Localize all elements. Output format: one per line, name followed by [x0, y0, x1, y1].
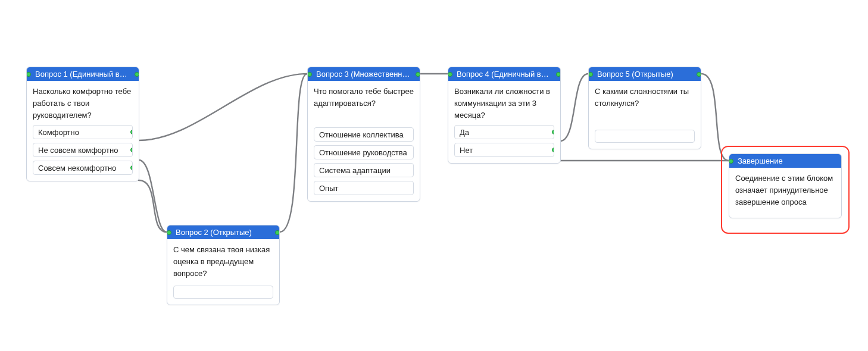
node-q4[interactable]: Вопрос 4 (Единичный в… Возникали ли слож… [448, 67, 561, 164]
node-end-text: Соединение с этим блоком означает принуд… [735, 173, 835, 208]
edge-q5-end [701, 74, 729, 161]
port-in-icon[interactable] [27, 72, 31, 77]
port-out-icon[interactable] [275, 230, 279, 235]
node-q3-text: Что помогало тебе быстрее адаптироваться… [314, 86, 414, 109]
node-q5-header[interactable]: Вопрос 5 (Открытые) [589, 67, 701, 81]
open-answer-input[interactable] [595, 130, 695, 143]
port-out-icon[interactable] [416, 72, 420, 77]
node-q1-title: Вопрос 1 (Единичный в… [35, 70, 127, 79]
flow-canvas[interactable]: Вопрос 1 (Единичный в… Насколько комфорт… [0, 0, 868, 351]
port-in-icon[interactable] [167, 230, 171, 235]
node-q4-answer-1[interactable]: Да [454, 125, 554, 139]
node-q2-body: С чем связана твоя низкая оценка в преды… [167, 239, 279, 305]
port-out-icon[interactable] [552, 130, 554, 134]
open-answer-input[interactable] [173, 286, 273, 299]
answer-label: Опыт [319, 184, 338, 193]
edge-q4a1-q5 [560, 74, 588, 141]
node-q3-answer-4[interactable]: Опыт [314, 181, 414, 195]
node-q3-answer-1[interactable]: Отношение коллектива [314, 127, 414, 142]
node-q2-text: С чем связана твоя низкая оценка в преды… [173, 244, 273, 280]
port-out-icon[interactable] [135, 72, 139, 77]
port-out-icon[interactable] [556, 72, 560, 77]
node-q5-body: С какими сложностями ты столкнулся? [589, 81, 701, 149]
edge-q1a3-q2 [139, 180, 167, 232]
node-q4-answer-2[interactable]: Нет [454, 143, 554, 157]
node-end[interactable]: Завершение Соединение с этим блоком озна… [729, 153, 842, 218]
port-out-icon[interactable] [552, 148, 554, 152]
port-in-icon[interactable] [729, 159, 733, 164]
node-q1-text: Насколько комфортно тебе работать с твои… [33, 86, 133, 121]
node-q1-body: Насколько комфортно тебе работать с твои… [27, 81, 139, 181]
answer-label: Не совсем комфортно [38, 146, 118, 155]
node-q3-body: Что помогало тебе быстрее адаптироваться… [308, 81, 420, 201]
answer-label: Отношение руководства [319, 148, 407, 157]
answer-label: Да [460, 128, 469, 137]
node-q1[interactable]: Вопрос 1 (Единичный в… Насколько комфорт… [26, 67, 139, 181]
port-in-icon[interactable] [308, 72, 312, 77]
node-end-title: Завершение [738, 156, 783, 165]
node-q2-title: Вопрос 2 (Открытые) [176, 228, 252, 237]
node-q1-header[interactable]: Вопрос 1 (Единичный в… [27, 67, 139, 81]
port-out-icon[interactable] [697, 72, 701, 77]
answer-label: Комфортно [38, 128, 79, 137]
node-q3-header[interactable]: Вопрос 3 (Множественн… [308, 67, 420, 81]
node-q1-answer-3[interactable]: Совсем некомфортно [33, 161, 133, 175]
node-q4-body: Возникали ли сложности в коммуникации за… [448, 81, 560, 163]
port-out-icon[interactable] [130, 130, 133, 134]
answer-label: Совсем некомфортно [38, 164, 116, 173]
node-q3[interactable]: Вопрос 3 (Множественн… Что помогало тебе… [307, 67, 420, 202]
node-q1-answer-1[interactable]: Комфортно [33, 125, 133, 139]
node-q2[interactable]: Вопрос 2 (Открытые) С чем связана твоя н… [167, 225, 280, 305]
node-q5[interactable]: Вопрос 5 (Открытые) С какими сложностями… [588, 67, 701, 149]
answer-label: Отношение коллектива [319, 130, 404, 139]
node-q5-title: Вопрос 5 (Открытые) [597, 70, 673, 79]
port-in-icon[interactable] [589, 72, 593, 77]
node-q4-title: Вопрос 4 (Единичный в… [457, 70, 549, 79]
port-out-icon[interactable] [130, 148, 133, 152]
node-q3-answer-3[interactable]: Система адаптации [314, 163, 414, 177]
port-out-icon[interactable] [130, 165, 133, 170]
node-q4-header[interactable]: Вопрос 4 (Единичный в… [448, 67, 560, 81]
node-q5-text: С какими сложностями ты столкнулся? [595, 86, 695, 109]
edge-q1a2-q2 [139, 160, 167, 232]
node-q1-answer-2[interactable]: Не совсем комфортно [33, 143, 133, 157]
node-end-header[interactable]: Завершение [729, 154, 841, 168]
node-q4-text: Возникали ли сложности в коммуникации за… [454, 86, 554, 121]
port-in-icon[interactable] [448, 72, 452, 77]
node-q2-header[interactable]: Вопрос 2 (Открытые) [167, 225, 279, 239]
edge-q2-q3 [280, 74, 307, 232]
edge-q1a1-q3 [139, 74, 307, 140]
answer-label: Система адаптации [319, 166, 391, 175]
node-q3-answer-2[interactable]: Отношение руководства [314, 145, 414, 159]
node-q3-title: Вопрос 3 (Множественн… [316, 70, 410, 79]
node-end-body: Соединение с этим блоком означает принуд… [729, 168, 841, 218]
answer-label: Нет [460, 146, 473, 155]
